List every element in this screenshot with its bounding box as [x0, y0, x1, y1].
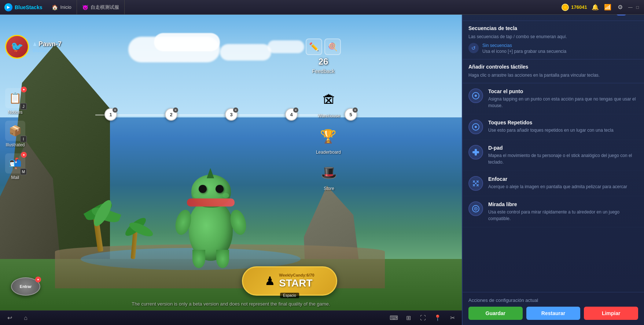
feedback-icon-2[interactable]: 🍭 — [324, 39, 341, 55]
enfocar-info: Enfocar Acerque o aleje la imagen en pan… — [488, 176, 638, 190]
control-toques-repetidos[interactable]: Toques Repetidos Use esto para añadir to… — [463, 114, 644, 140]
char-horn — [207, 168, 214, 178]
feedback-icon-1[interactable]: ✏️ — [306, 39, 322, 55]
no-sequences-block: Sin secuencias Usa el icono [+] para gra… — [482, 43, 566, 55]
control-enfocar[interactable]: Enfocar Acerque o aleje la imagen en pan… — [463, 171, 644, 196]
tab-game-label: 自走棋测试服 — [91, 4, 119, 11]
home-bottom-icon[interactable]: ⌂ — [21, 313, 31, 323]
slot-close-4[interactable]: × — [293, 107, 298, 113]
toques-repetidos-desc: Use esto para añadir toques repetidos en… — [488, 127, 638, 134]
no-sequences-row: ↺ Sin secuencias Usa el icono [+] para g… — [468, 43, 638, 55]
slot-button-5[interactable]: 5 × — [345, 108, 357, 121]
feedback-label: Feedback — [312, 68, 334, 74]
start-text-block: WeeklyCandy:6/70 START — [279, 273, 314, 289]
character — [183, 180, 238, 261]
back-icon[interactable]: ↩ — [4, 313, 15, 323]
fullscreen-icon[interactable]: ⛶ — [418, 313, 428, 323]
mail-badge: ● — [21, 152, 27, 158]
player-name: Pawn-7 — [38, 40, 62, 48]
control-dpad[interactable]: D-pad Mapea el movimiento de tu personaj… — [463, 140, 644, 171]
char-cheek-left — [193, 193, 200, 198]
start-label: START — [279, 277, 314, 289]
sidebar-item-illustrated[interactable]: 📦 I Illustrated — [5, 121, 25, 147]
player-title-icon: ♟ — [33, 41, 37, 47]
control-tocar-punto[interactable]: Tocar el punto Asigna tapping en un punt… — [463, 83, 644, 114]
sidebar-item-mail[interactable]: 📬 ● M Mail — [5, 153, 25, 180]
mirada-libre-icon — [468, 201, 483, 216]
enfocar-desc: Acerque o aleje la imagen en pantalla qu… — [488, 183, 638, 190]
slot-close-2[interactable]: × — [173, 107, 178, 113]
no-sequences-sub: Usa el icono [+] para grabar una secuenc… — [482, 48, 566, 55]
wifi-icon[interactable]: 📶 — [603, 3, 612, 12]
enfocar-icon — [468, 176, 483, 191]
settings-icon[interactable]: ⚙ — [616, 3, 625, 12]
leaderboard-item[interactable]: 🏆 Leaderboard — [316, 124, 341, 155]
left-sidebar-icons: 📋 ● J Notices 📦 I Illustrated 📬 ● M Mail — [5, 88, 25, 180]
player-subtitle: BluStac — [33, 48, 62, 53]
slot-button-4[interactable]: 4 × — [285, 108, 298, 121]
slot-button-1[interactable]: 1 × — [104, 108, 117, 121]
slot-close-3[interactable]: × — [233, 107, 238, 113]
bottom-right-icons: ⌨ ⊞ ⛶ 📍 ✂ — [389, 313, 457, 323]
slot-num-5: 5 — [349, 112, 352, 117]
notices-label: Notices — [8, 110, 22, 115]
slot-num-1: 1 — [109, 112, 112, 117]
tab-game[interactable]: 😈 自走棋测试服 — [77, 0, 125, 15]
slot-button-3[interactable]: 3 × — [225, 108, 238, 121]
warehouse-item[interactable]: 🏚 Warehouse — [317, 88, 341, 118]
keyboard-icon[interactable]: ⌨ — [389, 313, 399, 323]
illustrated-label: Illustrated — [5, 142, 25, 147]
save-button[interactable]: Guardar — [468, 307, 523, 320]
top-bar: ▶ BlueStacks 🏠 Inicio 😈 自走棋测试服 176041 🔔 … — [0, 0, 644, 15]
enfocar-name: Enfocar — [488, 176, 638, 182]
slot-close-5[interactable]: × — [353, 107, 358, 113]
warehouse-label: Warehouse — [318, 113, 340, 118]
feedback-block: ✏️ 🍭 26 Feedback — [306, 39, 341, 74]
key-sequences-desc: Las secuencias de tap / combo se enumera… — [468, 33, 638, 40]
maximize-button[interactable]: □ — [636, 5, 639, 10]
beta-notice: The current version is only a beta versi… — [132, 301, 330, 307]
tocar-punto-info: Tocar el punto Asigna tapping en un punt… — [488, 88, 638, 109]
cloud-2 — [154, 33, 220, 51]
mail-icon: 📬 ● M — [5, 153, 25, 174]
control-mirada-libre[interactable]: Mirada libre Usa este control para mirar… — [463, 196, 644, 227]
footer-title: Acciones de configuración actual — [468, 297, 638, 303]
tab-inicio-label: Inicio — [60, 4, 71, 10]
add-controls-title: Añadir controles táctiles — [468, 64, 638, 70]
slot-button-2[interactable]: 2 × — [165, 108, 177, 121]
scissor-icon[interactable]: ✂ — [447, 313, 457, 323]
char-leg-left — [192, 250, 205, 268]
location-icon[interactable]: 📍 — [433, 313, 443, 323]
cloud-3 — [220, 44, 271, 61]
sidebar-item-notices[interactable]: 📋 ● J Notices — [5, 88, 25, 115]
slot-close-1[interactable]: × — [113, 107, 118, 113]
enter-button[interactable]: Entrar ● — [11, 277, 40, 296]
dpad-icon — [468, 145, 483, 160]
player-avatar[interactable]: 🐦 — [5, 35, 29, 59]
mail-key: M — [20, 168, 27, 175]
candy-count: 26 — [319, 56, 328, 67]
svg-point-6 — [475, 183, 476, 184]
layout-icon[interactable]: ⊞ — [403, 313, 413, 323]
minimize-button[interactable]: — — [628, 5, 633, 10]
right-panel: Controles de juego avanzados + × Secuenc… — [462, 0, 644, 325]
tocar-punto-icon — [468, 88, 483, 103]
mirada-libre-name: Mirada libre — [488, 201, 638, 207]
notification-icon[interactable]: 🔔 — [591, 3, 600, 12]
mirada-libre-info: Mirada libre Usa este control para mirar… — [488, 201, 638, 222]
clear-button[interactable]: Limpiar — [584, 307, 638, 320]
illustrated-icon: 📦 I — [5, 121, 25, 141]
weekly-candy: WeeklyCandy:6/70 — [279, 273, 314, 277]
start-button[interactable]: ♟ WeeklyCandy:6/70 START Espacio — [242, 266, 337, 296]
tab-inicio[interactable]: 🏠 Inicio — [47, 0, 77, 15]
mail-label: Mail — [11, 175, 19, 180]
slot-num-4: 4 — [290, 112, 292, 117]
add-controls-desc: Haga clic o arrastre las acciones en la … — [468, 72, 638, 78]
no-sequences-link[interactable]: Sin secuencias — [482, 43, 566, 48]
store-item[interactable]: 🎩 Store — [317, 161, 341, 191]
slot-num-3: 3 — [230, 112, 232, 117]
store-label: Store — [324, 186, 334, 191]
slot-num-2: 2 — [170, 112, 172, 117]
restore-button[interactable]: Restaurar — [526, 307, 581, 320]
enter-label: Entrar — [20, 284, 32, 289]
